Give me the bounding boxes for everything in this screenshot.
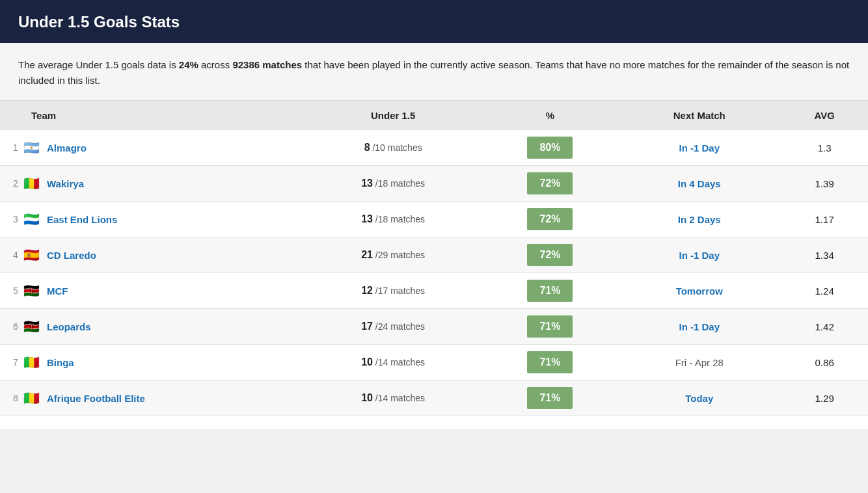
team-flag: 🇰🇪 bbox=[21, 309, 42, 345]
description-text: The average Under 1.5 goals data is 24% … bbox=[18, 57, 850, 88]
table-row: 5 🇰🇪 MCF 12 /17 matches 71% Tomorrow 1.2… bbox=[0, 273, 868, 309]
avg-value: 0.86 bbox=[781, 345, 868, 380]
table-row: 7 🇲🇱 Binga 10 /14 matches 71% Fri - Apr … bbox=[0, 345, 868, 380]
avg-value: 1.39 bbox=[781, 166, 868, 202]
next-match[interactable]: Tomorrow bbox=[617, 273, 781, 309]
stats-table: Team Under 1.5 % Next Match AVG 1 🇦🇷 Alm… bbox=[0, 101, 868, 416]
page-title: Under 1.5 Goals Stats bbox=[18, 13, 850, 31]
under-value: 13 /18 matches bbox=[304, 202, 483, 237]
row-rank: 5 bbox=[0, 273, 21, 309]
table-row: 8 🇲🇱 Afrique Football Elite 10 /14 match… bbox=[0, 380, 868, 416]
team-name[interactable]: Leopards bbox=[42, 309, 304, 345]
pct-value: 71% bbox=[483, 309, 618, 345]
avg-pct: 24% bbox=[179, 59, 198, 70]
col-team: Team bbox=[0, 101, 304, 130]
under-value: 17 /24 matches bbox=[304, 309, 483, 345]
avg-value: 1.17 bbox=[781, 202, 868, 237]
stats-table-section: Team Under 1.5 % Next Match AVG 1 🇦🇷 Alm… bbox=[0, 101, 868, 429]
next-match[interactable]: In -1 Day bbox=[617, 130, 781, 166]
row-rank: 6 bbox=[0, 309, 21, 345]
pct-value: 72% bbox=[483, 166, 618, 202]
avg-value: 1.42 bbox=[781, 309, 868, 345]
table-row: 6 🇰🇪 Leopards 17 /24 matches 71% In -1 D… bbox=[0, 309, 868, 345]
col-next: Next Match bbox=[617, 101, 781, 130]
team-name[interactable]: Binga bbox=[42, 345, 304, 380]
team-flag: 🇦🇷 bbox=[21, 130, 42, 166]
avg-value: 1.34 bbox=[781, 237, 868, 273]
match-count: 92386 matches bbox=[232, 59, 302, 70]
page-header: Under 1.5 Goals Stats bbox=[0, 0, 868, 43]
under-value: 13 /18 matches bbox=[304, 166, 483, 202]
under-value: 8 /10 matches bbox=[304, 130, 483, 166]
row-rank: 2 bbox=[0, 166, 21, 202]
pct-value: 80% bbox=[483, 130, 618, 166]
row-rank: 7 bbox=[0, 345, 21, 380]
next-match[interactable]: In 2 Days bbox=[617, 202, 781, 237]
avg-value: 1.24 bbox=[781, 273, 868, 309]
row-rank: 4 bbox=[0, 237, 21, 273]
team-name[interactable]: East End Lions bbox=[42, 202, 304, 237]
under-value: 12 /17 matches bbox=[304, 273, 483, 309]
under-value: 10 /14 matches bbox=[304, 380, 483, 416]
table-row: 2 🇲🇱 Wakirya 13 /18 matches 72% In 4 Day… bbox=[0, 166, 868, 202]
team-name[interactable]: Wakirya bbox=[42, 166, 304, 202]
team-name[interactable]: MCF bbox=[42, 273, 304, 309]
table-row: 1 🇦🇷 Almagro 8 /10 matches 80% In -1 Day… bbox=[0, 130, 868, 166]
description-section: The average Under 1.5 goals data is 24% … bbox=[0, 43, 868, 101]
next-match[interactable]: Fri - Apr 28 bbox=[617, 345, 781, 380]
col-under: Under 1.5 bbox=[304, 101, 483, 130]
row-rank: 3 bbox=[0, 202, 21, 237]
pct-value: 72% bbox=[483, 237, 618, 273]
team-flag: 🇰🇪 bbox=[21, 273, 42, 309]
next-match[interactable]: Today bbox=[617, 380, 781, 416]
table-row: 3 🇸🇱 East End Lions 13 /18 matches 72% I… bbox=[0, 202, 868, 237]
table-header-row: Team Under 1.5 % Next Match AVG bbox=[0, 101, 868, 130]
team-flag: 🇲🇱 bbox=[21, 166, 42, 202]
team-name[interactable]: Almagro bbox=[42, 130, 304, 166]
col-avg: AVG bbox=[781, 101, 868, 130]
under-value: 10 /14 matches bbox=[304, 345, 483, 380]
avg-value: 1.29 bbox=[781, 380, 868, 416]
next-match[interactable]: In -1 Day bbox=[617, 237, 781, 273]
pct-value: 71% bbox=[483, 380, 618, 416]
pct-value: 71% bbox=[483, 273, 618, 309]
row-rank: 8 bbox=[0, 380, 21, 416]
pct-value: 72% bbox=[483, 202, 618, 237]
team-flag: 🇪🇸 bbox=[21, 237, 42, 273]
col-pct: % bbox=[483, 101, 618, 130]
next-match[interactable]: In -1 Day bbox=[617, 309, 781, 345]
team-name[interactable]: Afrique Football Elite bbox=[42, 380, 304, 416]
under-value: 21 /29 matches bbox=[304, 237, 483, 273]
team-flag: 🇲🇱 bbox=[21, 380, 42, 416]
next-match[interactable]: In 4 Days bbox=[617, 166, 781, 202]
avg-value: 1.3 bbox=[781, 130, 868, 166]
team-flag: 🇲🇱 bbox=[21, 345, 42, 380]
team-flag: 🇸🇱 bbox=[21, 202, 42, 237]
row-rank: 1 bbox=[0, 130, 21, 166]
table-row: 4 🇪🇸 CD Laredo 21 /29 matches 72% In -1 … bbox=[0, 237, 868, 273]
pct-value: 71% bbox=[483, 345, 618, 380]
team-name[interactable]: CD Laredo bbox=[42, 237, 304, 273]
